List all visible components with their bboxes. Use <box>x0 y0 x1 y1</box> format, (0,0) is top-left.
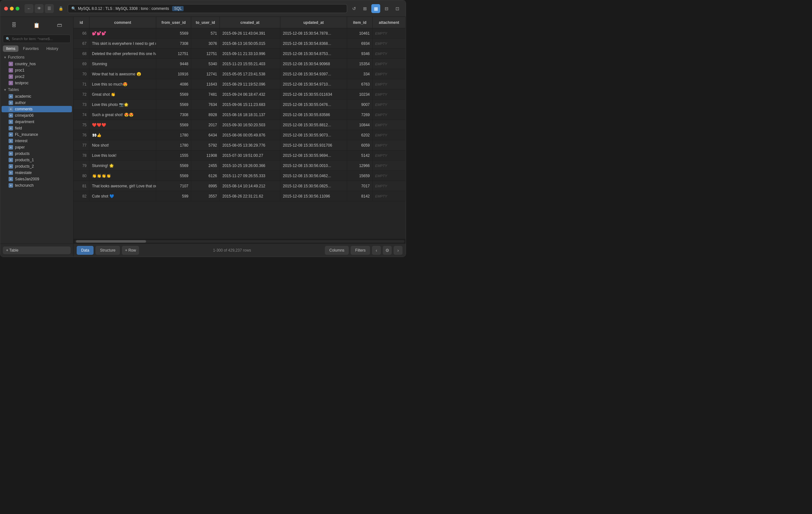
sidebar-item-products[interactable]: ≡ products <box>2 150 72 157</box>
table-row[interactable]: 79 Stunning! 🌟 5569 2455 2015-10-25 19:2… <box>74 161 406 171</box>
table-row[interactable]: 81 That looks awesome, girl! Love that o… <box>74 181 406 191</box>
full-view-icon[interactable]: ⊡ <box>393 4 402 13</box>
cell-comment: 👏👏👏👏 <box>89 171 156 181</box>
cell-created-at: 2015-09-06 15:11:23.683 <box>220 99 280 110</box>
table-row[interactable]: 82 Cute shot 💙 599 3557 2015-08-26 22:31… <box>74 191 406 201</box>
sidebar-item-author[interactable]: ≡ author <box>2 99 72 106</box>
table-row[interactable]: 71 Love this so much😍 4086 11643 2015-08… <box>74 79 406 89</box>
table-row[interactable]: 80 👏👏👏👏 5569 6126 2015-11-27 09:26:55.33… <box>74 171 406 181</box>
add-row-button[interactable]: + Row <box>122 246 139 255</box>
table-row[interactable]: 69 Stunning 9448 5340 2015-11-23 15:55:2… <box>74 59 406 69</box>
table-icon[interactable]: 📋 <box>31 20 42 31</box>
schema-icon[interactable]: 🗃 <box>54 20 65 31</box>
table-row[interactable]: 77 Nice shot! 1780 5792 2015-08-05 13:36… <box>74 140 406 150</box>
connection-bar[interactable]: 🔍 MySQL 8.0.12 : TLS : MySQL 3308 : tono… <box>68 4 347 13</box>
sidebar-item-proc1[interactable]: f proc1 <box>2 67 72 73</box>
table-row[interactable]: 67 This skirt is everywhere I need to ge… <box>74 38 406 49</box>
sidebar-item-testproc[interactable]: f testproc <box>2 80 72 86</box>
sidebar-item-interest[interactable]: ≡ interest <box>2 138 72 144</box>
sidebar-item-paper[interactable]: ≡ paper <box>2 144 72 150</box>
cell-updated-at: 2015-12-08 15:30:55.9073... <box>280 130 347 140</box>
cell-from-user: 7308 <box>156 110 191 120</box>
cell-comment: Such a great shot! 😍😍 <box>89 110 156 120</box>
col-header-to[interactable]: to_user_id <box>191 17 220 28</box>
database-icon[interactable]: 🗄 <box>8 20 20 31</box>
scroll-track[interactable] <box>75 240 404 243</box>
sidebar-item-realestate[interactable]: ≡ realestate <box>2 170 72 176</box>
cell-created-at: 2015-08-29 11:19:52.096 <box>220 79 280 89</box>
horizontal-scrollbar[interactable] <box>74 239 406 243</box>
tab-items[interactable]: Items <box>3 46 19 52</box>
cell-attachment: EMPTY <box>373 28 406 38</box>
minimize-button[interactable] <box>10 7 14 10</box>
table-icon: ≡ <box>8 132 13 137</box>
tab-favorites[interactable]: Favorites <box>20 46 42 52</box>
table-row[interactable]: 72 Great shot 👏 5569 7481 2015-09-24 06:… <box>74 89 406 99</box>
table-view-icon[interactable]: ▦ <box>371 4 380 13</box>
data-tab[interactable]: Data <box>77 246 93 255</box>
sidebar-item-products-2[interactable]: ≡ products_2 <box>2 163 72 170</box>
list-icon[interactable]: ☰ <box>45 4 54 13</box>
sidebar-item-field[interactable]: ≡ field <box>2 125 72 131</box>
add-table-button[interactable]: + Table <box>3 246 70 254</box>
functions-section[interactable]: ▼ Functions <box>2 54 72 61</box>
right-icons: ↺ ⊞ ▦ ⊟ ⊡ <box>350 4 402 13</box>
cell-to-user: 6126 <box>191 171 220 181</box>
cell-comment: Stunning! 🌟 <box>89 161 156 171</box>
sidebar-item-department[interactable]: ≡ department <box>2 119 72 125</box>
prev-page-button[interactable]: ‹ <box>372 246 381 255</box>
maximize-button[interactable] <box>16 7 20 10</box>
sidebar-item-crimejan06[interactable]: ≡ crimejan06 <box>2 112 72 119</box>
next-page-button[interactable]: › <box>394 246 403 255</box>
col-header-updated[interactable]: updated_at <box>280 17 347 28</box>
col-header-created[interactable]: created_at <box>220 17 280 28</box>
table-row[interactable]: 78 Love this look! 1555 11908 2015-07-30… <box>74 150 406 161</box>
col-header-attach[interactable]: attachment <box>373 17 406 28</box>
sidebar-item-salesjan2009[interactable]: ≡ SalesJan2009 <box>2 176 72 182</box>
structure-tab[interactable]: Structure <box>95 246 120 255</box>
table-icon: ≡ <box>8 126 13 130</box>
table-row[interactable]: 74 Such a great shot! 😍😍 7308 8928 2015-… <box>74 110 406 120</box>
functions-label: Functions <box>8 55 25 59</box>
settings-button[interactable]: ⚙ <box>383 246 392 255</box>
col-header-id[interactable]: id <box>74 17 89 28</box>
add-row-label: + Row <box>125 248 136 252</box>
sidebar-item-techcrunch[interactable]: ≡ techcrunch <box>2 182 72 189</box>
sidebar-search[interactable]: 🔍 Search for item: ^name$... <box>3 35 70 43</box>
table-row[interactable]: 68 Deleted the other preferred this one … <box>74 49 406 59</box>
col-header-comment[interactable]: comment <box>89 17 156 28</box>
scroll-thumb[interactable] <box>76 240 146 243</box>
item-label: proc1 <box>15 68 25 72</box>
tables-section[interactable]: ▼ Tables <box>2 86 72 93</box>
table-row[interactable]: 73 Love this photo 📷🌟 5569 7634 2015-09-… <box>74 99 406 110</box>
close-button[interactable] <box>4 7 8 10</box>
sidebar-item-country-hos[interactable]: f country_hos <box>2 61 72 67</box>
table-row[interactable]: 76 👀👍 1780 6434 2015-08-06 00:05:49.876 … <box>74 130 406 140</box>
tab-history[interactable]: History <box>43 46 61 52</box>
cell-comment: Love this photo 📷🌟 <box>89 99 156 110</box>
cell-comment: 💕💕💕 <box>89 28 156 38</box>
columns-view-icon[interactable]: ⊟ <box>382 4 391 13</box>
sidebar-item-academic[interactable]: ≡ academic <box>2 93 72 99</box>
sidebar-item-proc2[interactable]: f proc2 <box>2 73 72 80</box>
table-row[interactable]: 70 Wow that hat is awesome 😮 10916 12741… <box>74 69 406 79</box>
cell-attachment: EMPTY <box>373 69 406 79</box>
table-row[interactable]: 75 ❤️❤️❤️ 5569 2017 2015-09-30 16:50:20.… <box>74 120 406 130</box>
cell-attachment: EMPTY <box>373 171 406 181</box>
table-row[interactable]: 66 💕💕💕 5569 571 2015-09-26 11:43:04.391 … <box>74 28 406 38</box>
sidebar-item-comments[interactable]: ≡ comments <box>2 106 72 112</box>
grid-view-icon[interactable]: ⊞ <box>360 4 369 13</box>
refresh-icon[interactable]: ↺ <box>350 4 358 13</box>
sidebar-item-fl-insurance[interactable]: ≡ FL_insurance <box>2 131 72 138</box>
table-header: id comment from_user_id to_user_id creat… <box>74 17 406 28</box>
col-header-item[interactable]: item_id <box>347 17 373 28</box>
col-header-from[interactable]: from_user_id <box>156 17 191 28</box>
filters-button[interactable]: Filters <box>351 246 370 255</box>
eye-icon[interactable]: 👁 <box>35 4 44 13</box>
cell-updated-at: 2015-12-08 15:30:56.0462... <box>280 171 347 181</box>
cell-item-id: 334 <box>347 69 373 79</box>
columns-button[interactable]: Columns <box>325 246 349 255</box>
sidebar-item-products-1[interactable]: ≡ products_1 <box>2 157 72 163</box>
back-icon[interactable]: ← <box>25 4 33 13</box>
table-icon: ≡ <box>8 94 13 99</box>
